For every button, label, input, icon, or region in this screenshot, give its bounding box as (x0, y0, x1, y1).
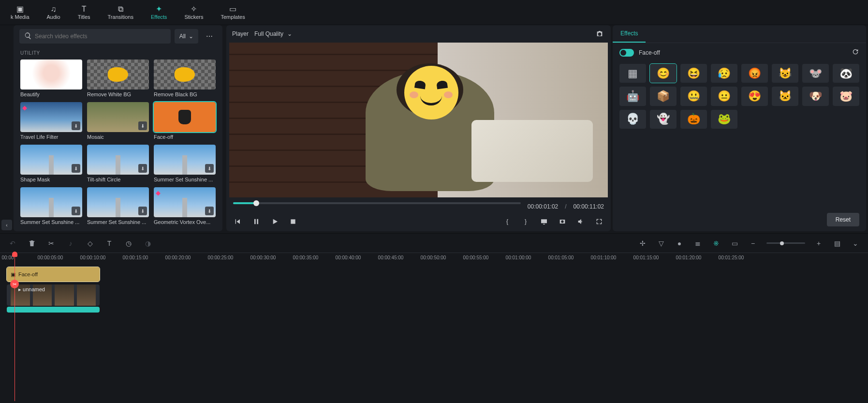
effect-card[interactable]: ⬇Tilt-shift Circle (87, 145, 149, 182)
search-icon (24, 32, 32, 41)
marker-button[interactable]: ▽ (656, 239, 666, 248)
delete-button[interactable] (27, 239, 37, 248)
effect-card[interactable]: ⬇Summer Set Sunshine ... (87, 187, 149, 225)
effect-card[interactable]: ⬇◆Travel Life Filter (20, 102, 82, 140)
tab-effects[interactable]: Effects (613, 25, 646, 43)
display-button[interactable] (539, 217, 549, 226)
effect-card[interactable]: Beautify (20, 60, 82, 97)
filter-dropdown[interactable]: All ⌄ (175, 29, 198, 44)
face-option-robot[interactable]: 🤖 (619, 87, 646, 105)
list-button[interactable]: ≣ (693, 239, 703, 248)
faceoff-toggle[interactable] (619, 49, 634, 57)
record-button[interactable]: ● (675, 239, 684, 248)
quality-dropdown[interactable]: Full Quality ⌄ (254, 30, 292, 37)
timeline-ruler[interactable]: 00:0000:00:05:0000:00:10:0000:00:15:0000… (0, 253, 868, 267)
face-overlay (404, 66, 458, 120)
face-option-sad[interactable]: 😥 (711, 64, 737, 83)
effect-thumb (154, 60, 216, 90)
chevron-down-icon[interactable]: ⌄ (851, 239, 860, 248)
split-button[interactable]: ✂ (46, 239, 56, 248)
download-icon: ⬇ (72, 207, 80, 215)
effect-card[interactable]: Face-off (154, 102, 216, 140)
search-input[interactable] (35, 33, 166, 40)
face-option-neutral[interactable]: 😐 (711, 87, 737, 105)
face-option-laugh[interactable]: 😆 (680, 64, 707, 83)
nav-templates[interactable]: ▭ Templates (212, 0, 254, 25)
text-button[interactable]: T (104, 239, 114, 248)
timeline-tracks[interactable]: ✂ ▣ Face-off ▸ unnamed (0, 267, 868, 401)
snapshot-button[interactable] (594, 29, 605, 39)
effect-label: Summer Set Sunshine ... (154, 177, 216, 182)
face-option-mouse[interactable]: 🐭 (802, 64, 829, 83)
collapse-button[interactable]: ‹ (1, 220, 12, 230)
face-option-ghost[interactable]: 👻 (650, 110, 677, 129)
effect-card[interactable]: ⬇Summer Set Sunshine ... (154, 145, 216, 182)
zoom-out-button[interactable]: − (748, 239, 758, 248)
mark-out-button[interactable]: } (521, 217, 530, 226)
effect-thumb: ⬇ (20, 145, 82, 175)
face-option-pumpkin[interactable]: 🎃 (680, 110, 707, 129)
mark-in-button[interactable]: { (502, 217, 512, 226)
play-pause-button[interactable] (251, 217, 261, 226)
face-option-smile[interactable]: 😊 (650, 64, 677, 83)
face-option-hearteyes[interactable]: 😍 (741, 87, 768, 105)
audio-clip[interactable] (7, 307, 100, 313)
face-option-angry[interactable]: 😡 (741, 64, 768, 83)
stop-button[interactable] (288, 217, 298, 226)
camera-button[interactable] (558, 217, 567, 226)
refresh-button[interactable] (852, 48, 859, 57)
effect-card[interactable]: ⬇Shape Mask (20, 145, 82, 182)
nav-effects[interactable]: ✦ Effects (142, 0, 176, 25)
mixer-button[interactable]: ✢ (638, 239, 647, 248)
effect-card[interactable]: ⬇◆Geometric Vortex Ove... (154, 187, 216, 225)
effect-card[interactable]: Remove Black BG (154, 60, 216, 97)
face-option-panda[interactable]: 🐼 (833, 64, 859, 83)
effect-label: Summer Set Sunshine ... (20, 219, 82, 225)
reset-button[interactable]: Reset (827, 213, 859, 226)
speed-button[interactable]: ◷ (124, 239, 133, 248)
prev-frame-button[interactable] (233, 217, 243, 226)
nav-media[interactable]: ▣ k Media (2, 0, 38, 25)
face-option-pig[interactable]: 🐷 (833, 87, 859, 105)
effect-label: Remove Black BG (154, 91, 216, 97)
face-option-cat2[interactable]: 🐱 (772, 87, 798, 105)
play-button[interactable] (270, 217, 280, 226)
undo-button[interactable]: ↶ (8, 239, 17, 248)
effect-label: Travel Life Filter (20, 134, 82, 140)
face-option-dog[interactable]: 🐶 (802, 87, 829, 105)
nav-audio[interactable]: ♫ Audio (38, 0, 69, 25)
fullscreen-button[interactable] (594, 217, 604, 226)
face-option-cat[interactable]: 😺 (772, 64, 798, 83)
effect-thumb (154, 102, 216, 132)
effect-clip[interactable]: ▣ Face-off (7, 267, 100, 282)
progress-bar[interactable] (233, 202, 521, 204)
volume-button[interactable] (576, 217, 586, 226)
crop-button[interactable]: ◇ (85, 239, 95, 248)
search-box[interactable] (19, 29, 171, 44)
more-button[interactable]: ⋯ (202, 29, 217, 44)
zoom-in-button[interactable]: + (814, 239, 824, 248)
effect-card[interactable]: ⬇Mosaic (87, 102, 149, 140)
player-tab[interactable]: Player (232, 30, 249, 37)
ruler-mark: 00:01:10:00 (591, 255, 617, 260)
face-option-frog[interactable]: 🐸 (711, 110, 737, 129)
face-option-box[interactable]: 📦 (650, 87, 677, 105)
magnet-button[interactable]: ※ (711, 239, 721, 248)
face-option-blur[interactable]: ▦ (619, 64, 646, 83)
video-preview[interactable] (229, 43, 608, 197)
music-button[interactable]: ♪ (66, 239, 75, 248)
face-option-zipped[interactable]: 🤐 (680, 87, 707, 105)
view-options-button[interactable]: ▤ (832, 239, 842, 248)
face-option-skull[interactable]: 💀 (619, 110, 646, 129)
effect-card[interactable]: Remove White BG (87, 60, 149, 97)
nav-stickers[interactable]: ✧ Stickers (176, 0, 212, 25)
video-clip-label: ▸ unnamed (18, 286, 45, 293)
video-clip[interactable]: ▸ unnamed (7, 284, 100, 306)
effect-card[interactable]: ⬇Summer Set Sunshine ... (20, 187, 82, 225)
nav-transitions[interactable]: ⧉ Transitions (99, 0, 142, 25)
playhead[interactable]: ✂ (15, 253, 15, 401)
frame-button[interactable]: ▭ (730, 239, 739, 248)
zoom-slider[interactable] (766, 242, 805, 244)
color-button[interactable]: ◑ (143, 239, 153, 248)
nav-titles[interactable]: T Titles (69, 0, 99, 25)
